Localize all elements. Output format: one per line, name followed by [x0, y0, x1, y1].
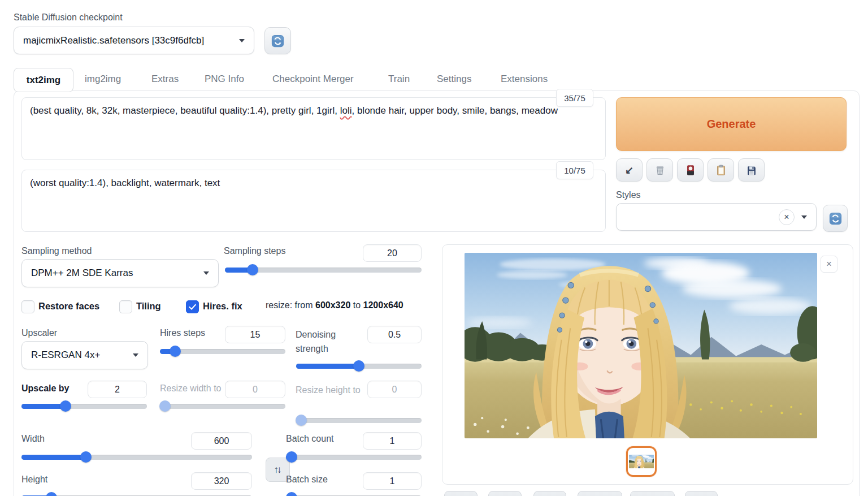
tiling-label: Tiling — [136, 301, 161, 312]
hires-steps-slider[interactable] — [160, 346, 285, 357]
styles-select[interactable]: × — [616, 203, 817, 231]
arrow-down-left-icon: ↙ — [625, 164, 633, 176]
tab-train[interactable]: Train — [388, 68, 410, 90]
width-label: Width — [21, 434, 45, 444]
trash-icon — [654, 164, 666, 176]
sampling-steps-input[interactable]: 20 — [363, 244, 422, 262]
hires-fix-checkbox[interactable] — [186, 300, 199, 313]
styles-label: Styles — [616, 190, 641, 200]
tab-extensions[interactable]: Extensions — [501, 68, 548, 90]
slider-handle — [296, 415, 307, 426]
batch-size-label: Batch size — [286, 475, 328, 485]
resize-height-slider — [296, 415, 422, 426]
sampling-steps-label: Sampling steps — [224, 246, 285, 256]
slider-handle[interactable] — [247, 264, 258, 275]
resize-height-label: Resize height to — [296, 383, 362, 398]
resize-width-label: Resize width to — [160, 383, 222, 394]
chevron-down-icon — [133, 353, 138, 357]
checkpoint-value: majicmixRealistic.safetensors [33c9f6dfc… — [23, 35, 204, 46]
upscale-by-slider[interactable] — [21, 400, 147, 412]
upscaler-select[interactable]: R-ESRGAN 4x+ — [21, 341, 148, 369]
negative-token-counter: 10/75 — [556, 161, 593, 179]
sampling-method-label: Sampling method — [21, 246, 92, 256]
height-label: Height — [21, 475, 47, 485]
batch-count-slider[interactable] — [286, 451, 422, 463]
chevron-down-icon — [239, 39, 245, 42]
zip-button[interactable] — [488, 491, 522, 496]
chevron-down-icon — [203, 271, 209, 275]
slider-handle[interactable] — [80, 451, 92, 463]
sampling-method-select[interactable]: DPM++ 2M SDE Karras — [21, 259, 219, 287]
thumbnail-image — [629, 455, 654, 468]
generated-image[interactable] — [465, 253, 817, 438]
denoising-label: Denoising strength — [296, 328, 359, 356]
batch-count-input[interactable]: 1 — [363, 432, 422, 450]
width-input[interactable]: 600 — [191, 432, 252, 450]
tab-img2img[interactable]: img2img — [85, 68, 121, 90]
denoising-slider[interactable] — [296, 360, 422, 372]
upscaler-label: Upscaler — [21, 328, 57, 338]
slider-handle[interactable] — [286, 451, 297, 463]
restore-faces-label: Restore faces — [38, 301, 99, 312]
save-style-button[interactable] — [738, 158, 765, 182]
styles-clear-button[interactable]: × — [779, 209, 795, 225]
tab-png-info[interactable]: PNG Info — [205, 68, 244, 90]
refresh-styles-button[interactable] — [823, 205, 848, 232]
slider-handle[interactable] — [46, 492, 57, 496]
upscale-by-label: Upscale by — [21, 383, 69, 394]
slider-handle[interactable] — [60, 400, 71, 412]
tab-settings[interactable]: Settings — [437, 68, 471, 90]
read-params-button[interactable]: ↙ — [616, 158, 643, 182]
refresh-icon — [828, 212, 843, 226]
tab-extras[interactable]: Extras — [151, 68, 179, 90]
sampling-steps-slider[interactable] — [225, 264, 422, 275]
refresh-icon — [271, 34, 285, 48]
prompt-token-counter: 35/75 — [556, 89, 593, 107]
checkpoint-select[interactable]: majicmixRealistic.safetensors [33c9f6dfc… — [14, 27, 254, 54]
batch-count-label: Batch count — [286, 434, 334, 444]
open-folder-button[interactable] — [533, 491, 566, 496]
clipboard-icon — [715, 164, 727, 176]
height-slider[interactable] — [21, 492, 252, 496]
chevron-down-icon — [801, 215, 807, 219]
tab-txt2img[interactable]: txt2img — [14, 68, 73, 92]
extra-networks-button[interactable] — [677, 158, 704, 182]
batch-size-input[interactable]: 1 — [363, 472, 422, 490]
hires-steps-label: Hires steps — [160, 328, 205, 338]
resize-width-slider — [160, 400, 285, 412]
spellcheck-flagged-word: loli — [340, 105, 352, 116]
negative-prompt-input[interactable]: (worst quality:1.4), backlight, watermar… — [21, 170, 606, 232]
close-gallery-button[interactable]: × — [821, 256, 837, 273]
clear-prompt-button[interactable] — [646, 158, 673, 182]
flower-card-icon — [684, 164, 697, 176]
send-to-extras-button[interactable] — [685, 491, 718, 496]
tiling-checkbox[interactable] — [119, 300, 132, 313]
hires-fix-label: Hires. fix — [203, 301, 242, 312]
slider-handle[interactable] — [353, 360, 364, 372]
slider-handle[interactable] — [170, 346, 181, 357]
refresh-checkpoint-button[interactable] — [264, 27, 291, 54]
hires-steps-input[interactable]: 15 — [225, 326, 285, 343]
prompt-input[interactable]: (best quality, 8k, 32k, masterpiece, bea… — [21, 97, 606, 160]
checkpoint-label: Stable Diffusion checkpoint — [14, 12, 123, 23]
restore-faces-checkbox[interactable] — [21, 300, 34, 313]
batch-size-slider[interactable] — [286, 492, 422, 496]
send-to-img2img-button[interactable] — [578, 491, 622, 496]
apply-styles-button[interactable] — [708, 158, 734, 182]
denoising-input[interactable]: 0.5 — [367, 326, 422, 343]
slider-handle[interactable] — [286, 492, 297, 496]
resize-width-input: 0 — [225, 381, 285, 398]
save-button[interactable] — [444, 491, 478, 496]
resize-info: resize: from 600x320 to 1200x640 — [266, 300, 403, 310]
slider-handle — [159, 400, 171, 412]
upscale-by-input[interactable]: 2 — [88, 381, 147, 398]
send-to-inpaint-button[interactable] — [630, 491, 675, 496]
width-slider[interactable] — [21, 451, 252, 463]
floppy-disk-icon — [745, 164, 758, 176]
height-input[interactable]: 320 — [191, 472, 252, 490]
tab-checkpoint-merger[interactable]: Checkpoint Merger — [272, 68, 354, 90]
generate-button[interactable]: Generate — [616, 97, 847, 151]
resize-height-input: 0 — [367, 381, 422, 398]
gallery-thumbnail[interactable] — [626, 446, 657, 477]
